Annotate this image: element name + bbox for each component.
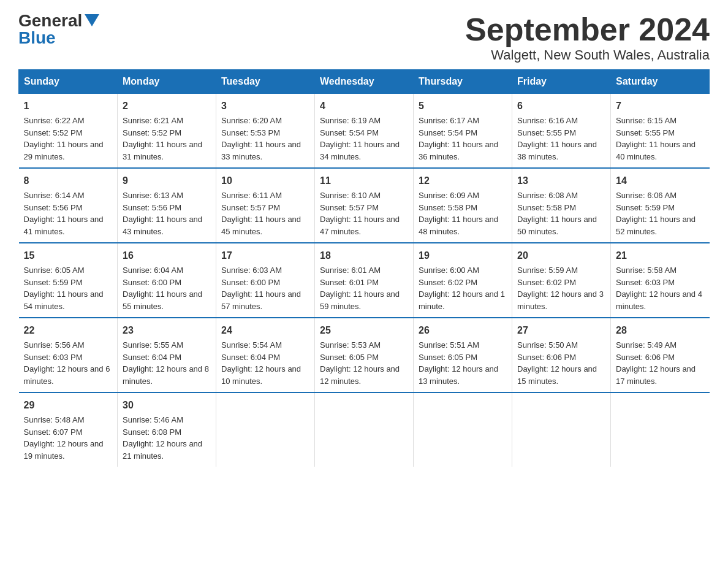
daylight-info: Daylight: 11 hours and 47 minutes.: [320, 215, 400, 236]
day-cell: 9 Sunrise: 6:13 AM Sunset: 5:56 PM Dayli…: [118, 168, 216, 243]
day-cell: 10 Sunrise: 6:11 AM Sunset: 5:57 PM Dayl…: [216, 168, 315, 243]
day-number: 29: [24, 398, 113, 413]
day-number: 28: [616, 323, 705, 338]
sunrise-info: Sunrise: 5:56 AM: [24, 340, 85, 350]
daylight-info: Daylight: 12 hours and 6 minutes.: [24, 364, 110, 386]
sunset-info: Sunset: 6:00 PM: [123, 278, 181, 287]
header-tuesday: Tuesday: [216, 70, 315, 94]
sunrise-info: Sunrise: 5:54 AM: [221, 340, 282, 350]
day-cell: 25 Sunrise: 5:53 AM Sunset: 6:05 PM Dayl…: [315, 318, 414, 393]
sunrise-info: Sunrise: 6:22 AM: [24, 116, 85, 125]
page-header: General Blue September 2024 Walgett, New…: [18, 12, 710, 63]
header-sunday: Sunday: [19, 70, 118, 94]
sunset-info: Sunset: 6:04 PM: [221, 353, 280, 362]
sunset-info: Sunset: 5:58 PM: [517, 203, 576, 212]
daylight-info: Daylight: 11 hours and 29 minutes.: [24, 140, 104, 161]
day-cell: [611, 393, 710, 467]
sunrise-info: Sunrise: 6:00 AM: [419, 266, 479, 275]
daylight-info: Daylight: 11 hours and 57 minutes.: [221, 289, 301, 311]
day-number: 14: [616, 174, 705, 188]
header-thursday: Thursday: [414, 70, 512, 94]
sunrise-info: Sunrise: 6:04 AM: [123, 266, 183, 275]
header-friday: Friday: [512, 70, 611, 94]
sunset-info: Sunset: 5:57 PM: [320, 203, 379, 212]
day-number: 2: [123, 99, 211, 113]
day-cell: 3 Sunrise: 6:20 AM Sunset: 5:53 PM Dayli…: [216, 94, 315, 169]
day-number: 16: [123, 248, 211, 263]
day-cell: 16 Sunrise: 6:04 AM Sunset: 6:00 PM Dayl…: [118, 243, 216, 318]
sunset-info: Sunset: 6:06 PM: [616, 353, 675, 362]
day-cell: 23 Sunrise: 5:55 AM Sunset: 6:04 PM Dayl…: [118, 318, 216, 393]
day-number: 11: [320, 174, 408, 188]
day-cell: 4 Sunrise: 6:19 AM Sunset: 5:54 PM Dayli…: [315, 94, 414, 169]
day-number: 10: [221, 174, 309, 188]
sunrise-info: Sunrise: 5:59 AM: [517, 266, 578, 275]
day-cell: 20 Sunrise: 5:59 AM Sunset: 6:02 PM Dayl…: [512, 243, 611, 318]
daylight-info: Daylight: 11 hours and 48 minutes.: [419, 215, 498, 236]
daylight-info: Daylight: 11 hours and 38 minutes.: [517, 140, 597, 161]
sunset-info: Sunset: 6:02 PM: [419, 278, 477, 287]
day-number: 18: [320, 248, 408, 263]
sunrise-info: Sunrise: 6:16 AM: [517, 116, 578, 125]
day-cell: 13 Sunrise: 6:08 AM Sunset: 5:58 PM Dayl…: [512, 168, 611, 243]
title-area: September 2024 Walgett, New South Wales,…: [465, 12, 710, 63]
day-cell: [512, 393, 611, 467]
day-cell: 21 Sunrise: 5:58 AM Sunset: 6:03 PM Dayl…: [611, 243, 710, 318]
sunrise-info: Sunrise: 6:13 AM: [123, 191, 183, 200]
day-number: 13: [517, 174, 605, 188]
sunrise-info: Sunrise: 6:17 AM: [419, 116, 479, 125]
day-cell: 8 Sunrise: 6:14 AM Sunset: 5:56 PM Dayli…: [19, 168, 118, 243]
sunset-info: Sunset: 6:04 PM: [123, 353, 181, 362]
week-row-4: 22 Sunrise: 5:56 AM Sunset: 6:03 PM Dayl…: [19, 318, 710, 393]
sunrise-info: Sunrise: 5:55 AM: [123, 340, 183, 350]
sunrise-info: Sunrise: 6:03 AM: [221, 266, 282, 275]
daylight-info: Daylight: 12 hours and 8 minutes.: [123, 364, 209, 386]
sunset-info: Sunset: 6:06 PM: [517, 353, 576, 362]
header-saturday: Saturday: [611, 70, 710, 94]
daylight-info: Daylight: 12 hours and 3 minutes.: [517, 289, 604, 311]
day-number: 22: [24, 323, 113, 338]
day-number: 12: [419, 174, 507, 188]
month-title: September 2024: [465, 12, 710, 47]
sunset-info: Sunset: 6:03 PM: [24, 353, 83, 362]
sunrise-info: Sunrise: 6:11 AM: [221, 191, 282, 200]
day-cell: 22 Sunrise: 5:56 AM Sunset: 6:03 PM Dayl…: [19, 318, 118, 393]
daylight-info: Daylight: 12 hours and 17 minutes.: [616, 364, 696, 386]
day-cell: 7 Sunrise: 6:15 AM Sunset: 5:55 PM Dayli…: [611, 94, 710, 169]
sunrise-info: Sunrise: 6:19 AM: [320, 116, 381, 125]
sunset-info: Sunset: 5:53 PM: [221, 128, 280, 137]
day-cell: 30 Sunrise: 5:46 AM Sunset: 6:08 PM Dayl…: [118, 393, 216, 467]
day-cell: [216, 393, 315, 467]
sunrise-info: Sunrise: 6:15 AM: [616, 116, 677, 125]
logo-blue: Blue: [18, 29, 56, 47]
day-number: 6: [517, 99, 605, 113]
sunset-info: Sunset: 5:59 PM: [616, 203, 675, 212]
header-wednesday: Wednesday: [315, 70, 414, 94]
week-row-3: 15 Sunrise: 6:05 AM Sunset: 5:59 PM Dayl…: [19, 243, 710, 318]
sunrise-info: Sunrise: 5:46 AM: [123, 415, 183, 424]
daylight-info: Daylight: 11 hours and 59 minutes.: [320, 289, 400, 311]
day-number: 25: [320, 323, 408, 338]
daylight-info: Daylight: 11 hours and 36 minutes.: [419, 140, 498, 161]
day-cell: 28 Sunrise: 5:49 AM Sunset: 6:06 PM Dayl…: [611, 318, 710, 393]
daylight-info: Daylight: 11 hours and 41 minutes.: [24, 215, 104, 236]
day-number: 17: [221, 248, 309, 263]
daylight-info: Daylight: 11 hours and 40 minutes.: [616, 140, 696, 161]
day-cell: 6 Sunrise: 6:16 AM Sunset: 5:55 PM Dayli…: [512, 94, 611, 169]
daylight-info: Daylight: 11 hours and 52 minutes.: [616, 215, 696, 236]
day-cell: [414, 393, 512, 467]
week-row-2: 8 Sunrise: 6:14 AM Sunset: 5:56 PM Dayli…: [19, 168, 710, 243]
daylight-info: Daylight: 12 hours and 13 minutes.: [419, 364, 498, 386]
sunset-info: Sunset: 5:52 PM: [24, 128, 83, 137]
daylight-info: Daylight: 12 hours and 4 minutes.: [616, 289, 702, 311]
sunrise-info: Sunrise: 6:10 AM: [320, 191, 381, 200]
sunrise-info: Sunrise: 5:50 AM: [517, 340, 578, 350]
sunset-info: Sunset: 5:58 PM: [419, 203, 477, 212]
sunset-info: Sunset: 6:00 PM: [221, 278, 280, 287]
sunset-info: Sunset: 5:59 PM: [24, 278, 83, 287]
sunrise-info: Sunrise: 6:21 AM: [123, 116, 183, 125]
day-cell: 14 Sunrise: 6:06 AM Sunset: 5:59 PM Dayl…: [611, 168, 710, 243]
day-number: 8: [24, 174, 113, 188]
day-cell: 11 Sunrise: 6:10 AM Sunset: 5:57 PM Dayl…: [315, 168, 414, 243]
day-cell: 24 Sunrise: 5:54 AM Sunset: 6:04 PM Dayl…: [216, 318, 315, 393]
